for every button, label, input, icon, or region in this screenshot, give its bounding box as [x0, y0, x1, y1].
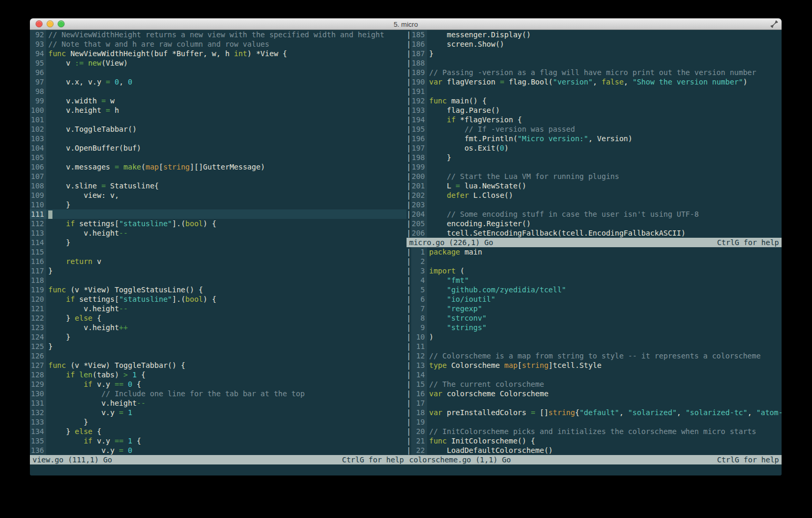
code-line[interactable]: |199	[407, 162, 782, 172]
code-line[interactable]: |2	[407, 257, 782, 266]
code-line[interactable]: 113 v.height--	[30, 228, 407, 238]
code-line[interactable]: |187}	[407, 49, 782, 58]
code-line[interactable]: |21func InitColorscheme() {	[407, 436, 782, 446]
line-number: 98	[30, 87, 46, 96]
code-line[interactable]: 135 if v.y == 1 {	[30, 436, 407, 446]
code-line[interactable]: 97 v.x, v.y = 0, 0	[30, 77, 407, 87]
window-titlebar[interactable]: 5. micro	[30, 18, 782, 30]
code-line[interactable]: |200 // Start the Lua VM for running plu…	[407, 172, 782, 181]
code-line[interactable]: |1package main	[407, 247, 782, 257]
code-line[interactable]: 115	[30, 247, 407, 257]
code-line[interactable]: |22 LoadDefaultColorscheme()	[407, 446, 782, 455]
code-line[interactable]: |20// InitColorscheme picks and initiali…	[407, 427, 782, 436]
code-line[interactable]: |190var flagVersion = flag.Bool("version…	[407, 77, 782, 87]
code-line[interactable]: 126	[30, 351, 407, 361]
line-number: 121	[30, 304, 46, 313]
code-line[interactable]: 130 // Include one line for the tab bar …	[30, 389, 407, 398]
code-line[interactable]: 104 v.OpenBuffer(buf)	[30, 143, 407, 153]
code-line[interactable]: 124 }	[30, 332, 407, 342]
code-line[interactable]: 105	[30, 153, 407, 162]
code-line[interactable]: 111	[30, 209, 407, 219]
code-text: v.height--	[46, 304, 407, 313]
code-line[interactable]: |5 "github.com/zyedidia/tcell"	[407, 285, 782, 294]
code-line[interactable]: |197 os.Exit(0)	[407, 143, 782, 153]
code-line[interactable]: |201 L = lua.NewState()	[407, 181, 782, 191]
code-line[interactable]: 122 } else {	[30, 313, 407, 323]
code-line[interactable]: |206 tcell.SetEncodingFallback(tcell.Enc…	[407, 228, 782, 238]
code-line[interactable]: |17	[407, 398, 782, 408]
code-line[interactable]: 134 } else {	[30, 427, 407, 436]
code-line[interactable]: 132 v.y = 1	[30, 408, 407, 417]
code-line[interactable]: |18var preInstalledColors = []string{"de…	[407, 408, 782, 417]
code-line[interactable]: 107	[30, 172, 407, 181]
code-line[interactable]: |4 "fmt"	[407, 276, 782, 285]
code-line[interactable]: 136 v.y = 0	[30, 446, 407, 455]
code-line[interactable]: 114 }	[30, 238, 407, 247]
code-line[interactable]: |6 "io/ioutil"	[407, 294, 782, 304]
code-line[interactable]: 94func NewViewWidthHeight(buf *Buffer, w…	[30, 49, 407, 58]
code-line[interactable]: 101	[30, 115, 407, 124]
code-line[interactable]: 93// Note that w and h are raw column an…	[30, 39, 407, 49]
code-line[interactable]: |8 "strconv"	[407, 313, 782, 323]
code-line[interactable]: 129 if v.y == 0 {	[30, 379, 407, 389]
code-line[interactable]: |11	[407, 342, 782, 351]
code-line[interactable]: |202 defer L.Close()	[407, 191, 782, 200]
resize-icon[interactable]	[771, 20, 778, 28]
code-line[interactable]: |194 if *flagVersion {	[407, 115, 782, 124]
code-line[interactable]: |193 flag.Parse()	[407, 105, 782, 115]
code-line[interactable]: |204 // Some encoding stuff in case the …	[407, 209, 782, 219]
code-line[interactable]: |191	[407, 87, 782, 96]
code-line[interactable]: 95 v := new(View)	[30, 58, 407, 68]
code-line[interactable]: |196 fmt.Println("Micro version:", Versi…	[407, 134, 782, 143]
code-line[interactable]: 117}	[30, 266, 407, 276]
code-line[interactable]: |7 "regexp"	[407, 304, 782, 313]
code-line[interactable]: 92// NewViewWidthHeight returns a new vi…	[30, 30, 407, 39]
code-line[interactable]: |192func main() {	[407, 96, 782, 105]
code-line[interactable]: |188	[407, 58, 782, 68]
code-line[interactable]: 109 view: v,	[30, 191, 407, 200]
code-line[interactable]: |189// Passing -version as a flag will h…	[407, 68, 782, 77]
code-line[interactable]: |9 "strings"	[407, 323, 782, 332]
code-line[interactable]: |16var colorscheme Colorscheme	[407, 389, 782, 398]
code-line[interactable]: 128 if len(tabs) > 1 {	[30, 370, 407, 379]
editor-pane-view-go[interactable]: 92// NewViewWidthHeight returns a new vi…	[30, 30, 407, 455]
code-line[interactable]: 118	[30, 276, 407, 285]
code-line[interactable]: 120 if settings["statusline"].(bool) {	[30, 294, 407, 304]
code-line[interactable]: |14	[407, 370, 782, 379]
code-line[interactable]: |19	[407, 417, 782, 427]
code-line[interactable]: |186 screen.Show()	[407, 39, 782, 49]
code-line[interactable]: 110 }	[30, 200, 407, 209]
code-line[interactable]: 131 v.height--	[30, 398, 407, 408]
code-line[interactable]: |3import (	[407, 266, 782, 276]
code-line[interactable]: 127func (v *View) ToggleTabbar() {	[30, 361, 407, 370]
code-line[interactable]: |13type Colorscheme map[string]tcell.Sty…	[407, 361, 782, 370]
code-line[interactable]: 100 v.height = h	[30, 105, 407, 115]
code-line[interactable]: 125}	[30, 342, 407, 351]
code-line[interactable]: |205 encoding.Register()	[407, 219, 782, 228]
code-line[interactable]: 121 v.height--	[30, 304, 407, 313]
code-line[interactable]: 133 }	[30, 417, 407, 427]
editor-pane-micro-go[interactable]: |185 messenger.Display()|186 screen.Show…	[407, 30, 782, 238]
code-line[interactable]: |185 messenger.Display()	[407, 30, 782, 39]
code-line[interactable]: 112 if settings["statusline"].(bool) {	[30, 219, 407, 228]
code-line[interactable]: 108 v.sline = Statusline{	[30, 181, 407, 191]
code-line[interactable]: |12// Colorscheme is a map from string t…	[407, 351, 782, 361]
code-line[interactable]: 123 v.height++	[30, 323, 407, 332]
editor-pane-colorscheme-go[interactable]: |1package main|2|3import (|4 "fmt"|5 "gi…	[407, 247, 782, 455]
code-line[interactable]: 96	[30, 68, 407, 77]
command-line[interactable]	[30, 464, 782, 475]
code-line[interactable]: 102 v.ToggleTabbar()	[30, 124, 407, 134]
code-line[interactable]: 119func (v *View) ToggleStatusLine() {	[30, 285, 407, 294]
code-line[interactable]: |203	[407, 200, 782, 209]
code-line[interactable]: |198 }	[407, 153, 782, 162]
code-line[interactable]: 99 v.width = w	[30, 96, 407, 105]
code-line[interactable]: |195 // If -version was passed	[407, 124, 782, 134]
code-line[interactable]: |10)	[407, 332, 782, 342]
split-divider: |	[407, 323, 411, 332]
code-text: v.y = 0	[46, 446, 407, 455]
code-line[interactable]: 98	[30, 87, 407, 96]
code-line[interactable]: 106 v.messages = make(map[string][]Gutte…	[30, 162, 407, 172]
code-line[interactable]: 116 return v	[30, 257, 407, 266]
code-line[interactable]: |15// The current colorscheme	[407, 379, 782, 389]
code-line[interactable]: 103	[30, 134, 407, 143]
